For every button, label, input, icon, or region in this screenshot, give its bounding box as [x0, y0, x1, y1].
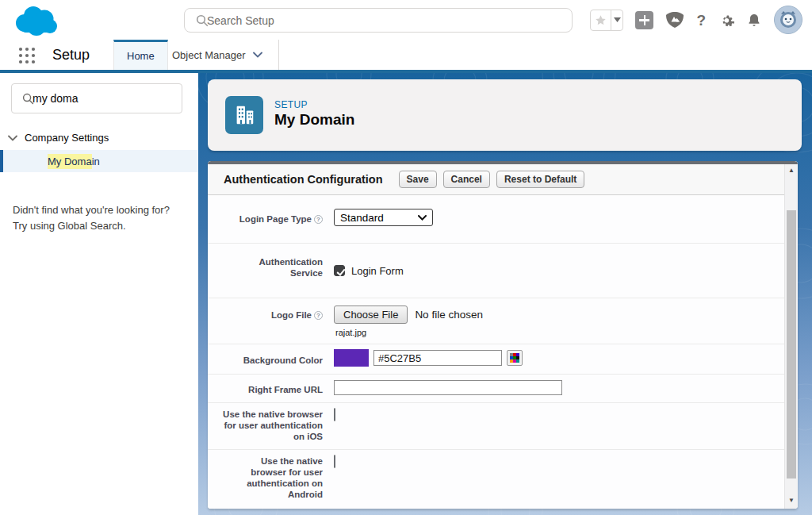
label-text: Use the native browser for user authenti… [218, 409, 323, 442]
sidebar-quick-find[interactable] [11, 83, 182, 113]
authentication-configuration-form: Authentication Configuration Save Cancel… [208, 164, 784, 509]
section-header: Authentication Configuration Save Cancel… [208, 164, 784, 195]
chevron-down-icon [253, 52, 262, 58]
reset-to-default-button[interactable]: Reset to Default [496, 171, 584, 188]
scrollbar-up-arrow[interactable]: ▲ [785, 164, 798, 177]
login-page-type-select[interactable]: Standard [334, 209, 433, 226]
scrollbar-down-arrow[interactable]: ▼ [785, 494, 798, 507]
app-launcher-icon[interactable] [17, 46, 36, 65]
sidebar-group-company-settings[interactable]: Company Settings [8, 132, 109, 144]
quick-create-button[interactable] [635, 11, 653, 29]
tab-home-label: Home [127, 50, 155, 62]
label-text: Right Frame URL [248, 385, 323, 394]
search-match-highlight: My Doma [48, 154, 92, 169]
right-frame-url-input[interactable] [334, 380, 562, 395]
content-card: Authentication Configuration Save Cancel… [208, 161, 798, 509]
login-form-checkbox-label: Login Form [351, 265, 404, 277]
sidebar-not-found-hint: Didn't find what you're looking for? Try… [13, 202, 170, 234]
row-logo-file: Logo File? Choose File No file chosen ra… [208, 298, 784, 344]
section-title: Authentication Configuration [224, 173, 383, 186]
background-color-label: Background Color [208, 349, 334, 367]
authentication-service-label: Authentication Service [208, 253, 334, 279]
color-picker-icon [510, 353, 519, 363]
logo-file-label: Logo File? [208, 306, 334, 337]
search-icon [22, 93, 34, 105]
sidebar-item-my-domain[interactable]: My Domain [0, 150, 198, 172]
row-authentication-service: Authentication Service Login Form [208, 244, 784, 298]
star-icon [595, 14, 607, 26]
native-browser-ios-checkbox[interactable] [334, 408, 335, 421]
native-browser-android-checkbox[interactable] [334, 455, 335, 468]
selected-option: Standard [340, 212, 384, 224]
search-setup-input[interactable] [205, 13, 562, 28]
logo-filename: rajat.jpg [335, 328, 784, 337]
chevron-down-icon[interactable] [8, 135, 17, 141]
tab-object-manager[interactable]: Object Manager [159, 40, 279, 70]
select-chevron-icon [418, 215, 427, 221]
user-avatar[interactable] [774, 6, 802, 34]
gear-icon[interactable] [718, 12, 734, 29]
caret-down-icon [614, 17, 621, 22]
row-native-browser-ios: Use the native browser for user authenti… [208, 403, 784, 450]
login-form-checkbox[interactable] [334, 265, 345, 276]
login-page-type-label: Login Page Type? [208, 209, 334, 226]
help-icon[interactable]: ? [696, 13, 706, 28]
app-name: Setup [52, 47, 90, 63]
favorites-button-group [590, 10, 623, 31]
search-icon [196, 14, 209, 27]
save-button[interactable]: Save [399, 171, 437, 188]
buildings-icon [232, 103, 256, 127]
native-browser-ios-label: Use the native browser for user authenti… [208, 409, 334, 442]
setup-sidebar: Company Settings My Domain Didn't find w… [0, 73, 198, 515]
my-domain-setup-icon [225, 96, 263, 134]
salesforce-setup-screen: ? [0, 0, 812, 515]
page-header-eyebrow: SETUP [274, 99, 308, 110]
file-status-text: No file chosen [415, 309, 483, 321]
content-scrollbar[interactable]: ▲ ▼ [784, 164, 798, 509]
global-search-box[interactable] [184, 8, 573, 33]
right-frame-url-label: Right Frame URL [208, 380, 334, 395]
background-color-swatch[interactable] [334, 349, 369, 367]
color-picker-button[interactable] [507, 350, 523, 366]
label-text: Logo File [271, 310, 312, 320]
salesforce-logo [10, 4, 61, 37]
not-found-line1: Didn't find what you're looking for? [13, 204, 170, 216]
cancel-button[interactable]: Cancel [443, 171, 490, 188]
tab-bar-accent-strip [0, 70, 812, 73]
trailhead-help-icon[interactable] [665, 11, 684, 29]
page-title: My Domain [274, 111, 354, 129]
label-text: Use the native browser for user authenti… [236, 455, 323, 500]
background-color-input[interactable] [373, 350, 502, 366]
help-icon[interactable]: ? [314, 215, 323, 224]
row-native-browser-android: Use the native browser for user authenti… [208, 450, 784, 509]
setup-tab-bar: Setup Home Object Manager [0, 40, 812, 70]
label-text: Authentication Service [247, 256, 323, 279]
native-browser-android-label: Use the native browser for user authenti… [208, 455, 334, 500]
favorites-dropdown-button[interactable] [611, 10, 622, 30]
global-actions: ? [590, 0, 802, 40]
quick-find-input[interactable] [31, 91, 172, 106]
help-icon[interactable]: ? [314, 311, 323, 320]
scrollbar-thumb[interactable] [787, 210, 796, 478]
label-text: Background Color [243, 356, 323, 365]
favorite-star-button[interactable] [591, 10, 611, 30]
row-login-page-type: Login Page Type? Standard [208, 195, 784, 244]
setup-main-area: SETUP My Domain Authentication Configura… [198, 73, 812, 515]
page-header-card: SETUP My Domain [208, 79, 802, 151]
tab-object-manager-label: Object Manager [172, 49, 246, 61]
label-text: Login Page Type [239, 214, 312, 224]
row-background-color: Background Color [208, 344, 784, 375]
choose-file-button[interactable]: Choose File [334, 306, 408, 324]
row-right-frame-url: Right Frame URL [208, 375, 784, 403]
global-header: ? [0, 0, 812, 40]
sidebar-group-label: Company Settings [25, 132, 109, 144]
bell-icon[interactable] [746, 12, 762, 29]
not-found-line2: Try using Global Search. [13, 220, 126, 232]
sidebar-item-label-rest: in [92, 156, 100, 167]
